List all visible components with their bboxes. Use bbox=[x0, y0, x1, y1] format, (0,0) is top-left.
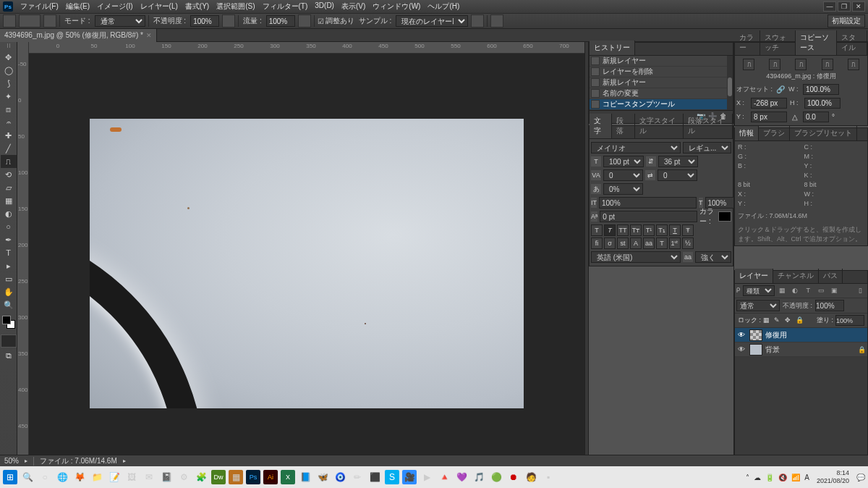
clock[interactable]: 8:14 2021/08/20 bbox=[814, 469, 852, 485]
opentype-T1[interactable]: T bbox=[656, 237, 668, 249]
filter-type-icon[interactable]: T bbox=[802, 285, 814, 295]
move-tool[interactable]: ✥ bbox=[1, 51, 17, 64]
battery-icon[interactable]: 🔋 bbox=[765, 474, 774, 481]
marquee-tool[interactable]: ◯ bbox=[1, 64, 17, 77]
menu-file[interactable]: ファイル(F) bbox=[17, 1, 61, 12]
dodge-tool[interactable]: ○ bbox=[1, 220, 17, 233]
tab-swatch[interactable]: スウォッチ bbox=[760, 30, 796, 55]
opentype-1st[interactable]: 1ˢᵗ bbox=[669, 237, 681, 249]
clone-stamp-tool[interactable]: ⎍ bbox=[1, 155, 17, 168]
zoom-icon[interactable]: 🎥 bbox=[402, 470, 417, 484]
filter-smart-icon[interactable]: ▣ bbox=[828, 285, 840, 295]
history-scroll[interactable] bbox=[727, 56, 733, 110]
media-icon[interactable]: ▶ bbox=[420, 470, 434, 484]
history-item[interactable]: 新規レイヤー bbox=[590, 77, 727, 88]
healing-tool[interactable]: ✚ bbox=[1, 129, 17, 142]
ignore-adj-icon[interactable] bbox=[471, 14, 484, 28]
opentype-A[interactable]: A bbox=[630, 237, 642, 249]
close-tab-icon[interactable]: ✕ bbox=[146, 32, 152, 39]
tab-paths[interactable]: パス bbox=[819, 269, 843, 283]
obs-icon[interactable]: ⬛ bbox=[367, 470, 382, 484]
filter-shape-icon[interactable]: ▭ bbox=[815, 285, 827, 295]
record-icon[interactable]: ⏺ bbox=[506, 470, 521, 484]
type-tool[interactable]: T bbox=[1, 246, 17, 259]
x-input[interactable] bbox=[751, 98, 787, 109]
text-color-swatch[interactable] bbox=[718, 211, 731, 222]
filter-toggle[interactable]: ▯ bbox=[854, 285, 866, 295]
tab-para-style[interactable]: 段落スタイル bbox=[684, 114, 733, 138]
clone-src-3[interactable]: ⎍ bbox=[795, 59, 807, 70]
crop-tool[interactable]: ⧈ bbox=[1, 103, 17, 116]
zoom-tool[interactable]: 🔍 bbox=[1, 298, 17, 311]
subscript[interactable]: T₁ bbox=[656, 224, 668, 236]
h-input[interactable] bbox=[804, 98, 841, 109]
tab-layers[interactable]: レイヤー bbox=[735, 269, 773, 283]
window-minimize[interactable]: — bbox=[823, 1, 836, 12]
butterfly-icon[interactable]: 🦋 bbox=[315, 470, 330, 484]
notepad-icon[interactable]: 📝 bbox=[107, 470, 122, 484]
menu-image[interactable]: イメージ(I) bbox=[94, 1, 135, 12]
strikethrough[interactable]: Ŧ bbox=[682, 224, 694, 236]
app-icon[interactable]: 🟢 bbox=[489, 470, 503, 484]
chrome-icon[interactable]: 🌐 bbox=[55, 470, 69, 484]
app-icon[interactable]: ✏ bbox=[350, 470, 365, 484]
font-select[interactable]: メイリオ bbox=[591, 142, 681, 153]
window-close[interactable]: ✕ bbox=[852, 1, 865, 12]
font-style-select[interactable]: レギュ... bbox=[683, 142, 731, 153]
tab-brush[interactable]: ブラシ bbox=[759, 126, 790, 140]
pressure-size-icon[interactable] bbox=[490, 14, 503, 28]
filter-kind[interactable]: 種類 bbox=[743, 285, 775, 296]
aa-select[interactable]: 強く bbox=[695, 251, 731, 263]
photoshop-icon[interactable]: Ps bbox=[246, 470, 260, 484]
explorer-icon[interactable]: 📁 bbox=[90, 470, 104, 484]
opentype-ad[interactable]: aa bbox=[643, 237, 655, 249]
sample-select[interactable]: 現在のレイヤー以下 bbox=[396, 15, 468, 27]
dreamweaver-icon[interactable]: Dw bbox=[211, 470, 226, 484]
underline[interactable]: T bbox=[669, 224, 681, 236]
settings-icon[interactable]: ⚙ bbox=[176, 470, 191, 484]
wifi-icon[interactable]: 📶 bbox=[791, 474, 800, 481]
superscript[interactable]: T¹ bbox=[643, 224, 655, 236]
app-icon[interactable]: 🧿 bbox=[333, 470, 347, 484]
toolbox-handle[interactable] bbox=[0, 43, 17, 49]
visibility-icon[interactable]: 👁 bbox=[736, 331, 746, 339]
flow-input[interactable] bbox=[266, 15, 295, 27]
tab-clonesource[interactable]: コピーソース bbox=[796, 30, 837, 55]
brush-tool[interactable]: ╱ bbox=[1, 142, 17, 155]
status-file[interactable]: ファイル : 7.06M/14.6M bbox=[40, 456, 117, 466]
angle-input[interactable] bbox=[803, 112, 829, 122]
menu-select[interactable]: 選択範囲(S) bbox=[213, 1, 258, 12]
menu-layer[interactable]: レイヤー(L) bbox=[137, 1, 181, 12]
tab-paragraph[interactable]: 段落 bbox=[612, 114, 634, 138]
filter-adj-icon[interactable]: ◐ bbox=[789, 285, 801, 295]
smallcaps[interactable]: Tᴛ bbox=[630, 224, 642, 236]
volume-icon[interactable]: 🔇 bbox=[778, 474, 787, 481]
quickmask-toggle[interactable] bbox=[1, 335, 17, 348]
pen-tool[interactable]: ✒ bbox=[1, 233, 17, 246]
menu-view[interactable]: 表示(V) bbox=[339, 1, 368, 12]
brush-preset-icon[interactable] bbox=[19, 14, 41, 28]
vlc-icon[interactable]: 🔺 bbox=[437, 470, 451, 484]
onenote-icon[interactable]: 📓 bbox=[159, 470, 174, 484]
appmore-icon[interactable]: 🧩 bbox=[194, 470, 208, 484]
lock-trans-icon[interactable]: ▦ bbox=[763, 316, 772, 325]
lang-select[interactable]: 英語 (米国) bbox=[591, 251, 681, 263]
document-tab[interactable]: 4394696_m.jpg @ 50% (修復用, RGB/8#) * ✕ bbox=[0, 29, 157, 42]
opentype-fi[interactable]: fi bbox=[591, 237, 603, 249]
tsume-input[interactable]: 0% bbox=[603, 183, 643, 195]
faux-bold[interactable]: T bbox=[591, 224, 603, 236]
tab-brushpreset[interactable]: ブラシプリセット bbox=[790, 126, 857, 140]
layer-row[interactable]: 👁 背景 🔒 bbox=[735, 342, 867, 357]
tray-chevron-icon[interactable]: ˄ bbox=[746, 474, 749, 481]
baseline-input[interactable] bbox=[600, 211, 697, 222]
opentype-half[interactable]: ½ bbox=[682, 237, 694, 249]
history-item[interactable]: 名前の変更 bbox=[590, 88, 727, 99]
pressure-opacity-icon[interactable] bbox=[222, 14, 235, 28]
tab-channels[interactable]: チャンネル bbox=[773, 269, 819, 283]
opentype-st[interactable]: st bbox=[617, 237, 629, 249]
screenmode-toggle[interactable]: ⧉ bbox=[1, 349, 17, 362]
history-item[interactable]: コピースタンプツール bbox=[590, 99, 727, 110]
photos-icon[interactable]: 🖼 bbox=[124, 470, 139, 484]
faux-italic[interactable]: T bbox=[604, 224, 616, 236]
menu-help[interactable]: ヘルプ(H) bbox=[425, 1, 462, 12]
